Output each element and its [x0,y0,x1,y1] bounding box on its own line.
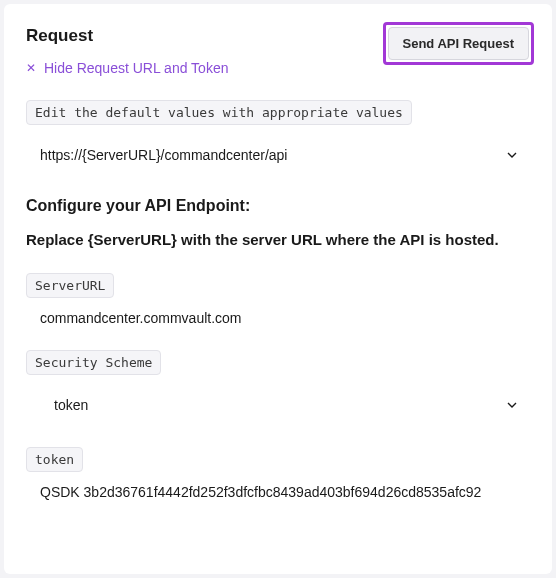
server-url-label: ServerURL [26,273,114,298]
security-scheme-label: Security Scheme [26,350,161,375]
url-dropdown[interactable]: https://{ServerURL}/commandcenter/api [26,137,530,173]
url-dropdown-value: https://{ServerURL}/commandcenter/api [40,147,287,163]
edit-hint-label: Edit the default values with appropriate… [26,100,412,125]
send-api-request-button[interactable]: Send API Request [388,27,529,60]
chevron-down-icon [504,147,520,163]
send-button-highlight: Send API Request [383,22,534,65]
token-label: token [26,447,83,472]
hide-link-label: Hide Request URL and Token [44,60,228,76]
token-value: QSDK 3b2d36761f4442fd252f3dfcfbc8439ad40… [26,484,530,500]
request-panel: Request Send API Request ✕ Hide Request … [4,4,552,574]
security-scheme-dropdown[interactable]: token [26,387,530,423]
panel-title: Request [26,26,93,46]
security-scheme-value: token [40,397,88,413]
chevron-down-icon [504,397,520,413]
configure-instruction: Replace {ServerURL} with the server URL … [26,229,530,251]
panel-inner: Request Send API Request ✕ Hide Request … [4,4,552,522]
configure-heading: Configure your API Endpoint: [26,197,530,215]
close-icon: ✕ [26,62,36,74]
server-url-value: commandcenter.commvault.com [26,310,530,326]
